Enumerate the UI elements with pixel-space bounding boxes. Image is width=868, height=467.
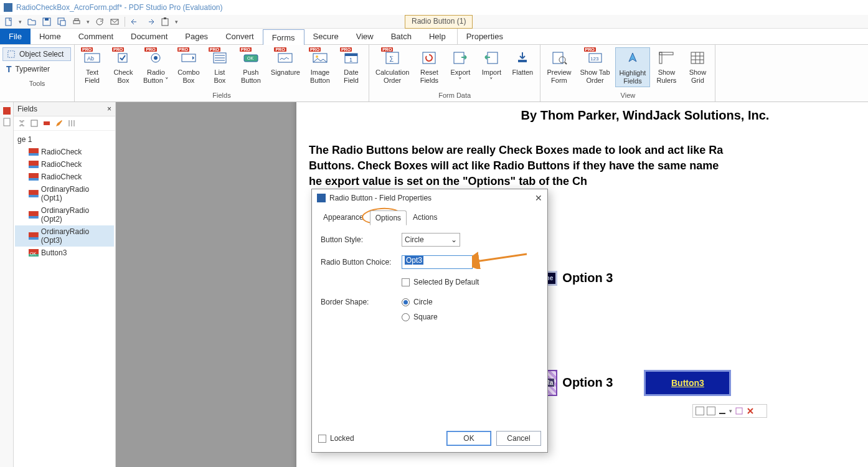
radio-button-button[interactable]: Radio Button ˅ (139, 47, 172, 86)
menu-help[interactable]: Help (420, 29, 455, 44)
date-field-button[interactable]: 1Date Field (336, 47, 366, 86)
svg-rect-6 (75, 19, 78, 21)
push-button-button[interactable]: OKPush Button (236, 47, 266, 86)
print-icon[interactable] (72, 17, 82, 27)
border-square-radio[interactable] (402, 313, 410, 321)
preview-form-button[interactable]: Preview Form (543, 47, 575, 86)
export-button[interactable]: Export ˅ (445, 47, 475, 86)
svg-rect-65 (29, 237, 39, 240)
svg-rect-4 (60, 21, 65, 26)
settings-icon[interactable] (67, 119, 76, 128)
mini-box2-icon[interactable] (707, 407, 715, 415)
tab-options[interactable]: Options (370, 210, 407, 225)
revert-icon[interactable] (95, 17, 105, 27)
expand-icon[interactable] (17, 119, 26, 128)
signature-button[interactable]: Signature (267, 47, 304, 78)
svg-rect-59 (29, 178, 39, 181)
locked-checkbox[interactable] (318, 435, 326, 443)
calculation-order-button[interactable]: ∑Calculation Order (372, 47, 413, 86)
ribbon: Object Select T Typewriter Tools AbText … (0, 45, 868, 102)
fields-panel: Fields × ge 1 RadioCheck RadioCheck Radi… (14, 102, 116, 467)
tab-appearance[interactable]: Appearance (318, 210, 369, 225)
svg-rect-40 (659, 52, 662, 64)
menu-forms[interactable]: Forms (263, 29, 304, 45)
text-field-button[interactable]: AbText Field (77, 47, 107, 86)
doc-author: By Thom Parker, WindJack Solutions, Inc. (309, 108, 868, 123)
thumbnails-icon[interactable] (2, 106, 12, 116)
tree-item[interactable]: OrdinaryRadio (Opt1) (15, 183, 114, 204)
svg-rect-61 (29, 195, 39, 197)
tree-item[interactable]: RadioCheck (15, 171, 114, 183)
tree-item-selected[interactable]: OrdinaryRadio (Opt3) (15, 225, 114, 247)
tree-item[interactable]: RadioCheck (15, 146, 114, 158)
combo-box-button[interactable]: Combo Box (174, 47, 204, 86)
save-icon[interactable] (42, 17, 52, 27)
dialog-close-icon[interactable]: ✕ (535, 193, 542, 203)
new-icon[interactable] (4, 17, 14, 27)
show-rulers-button[interactable]: Show Rulers (651, 47, 681, 86)
selected-default-checkbox[interactable] (402, 278, 410, 286)
mini-box-icon[interactable] (696, 407, 704, 415)
object-select-button[interactable]: Object Select (2, 47, 71, 61)
tree-item[interactable]: OKButton3 (15, 247, 114, 259)
menu-secure[interactable]: Secure (304, 29, 347, 44)
menu-view[interactable]: View (347, 29, 382, 44)
menu-comment[interactable]: Comment (70, 29, 122, 44)
menu-document[interactable]: Document (122, 29, 176, 44)
svg-rect-9 (164, 17, 166, 19)
tree-item[interactable]: RadioCheck (15, 158, 114, 171)
menu-convert[interactable]: Convert (217, 29, 263, 44)
open-icon[interactable] (27, 17, 37, 27)
pages-icon[interactable] (2, 117, 12, 127)
typewriter-button[interactable]: T Typewriter (2, 62, 71, 76)
svg-rect-0 (6, 18, 11, 26)
typewriter-icon: T (6, 64, 12, 74)
svg-text:∑: ∑ (389, 55, 394, 62)
highlight-fields-button[interactable]: Highlight Fields (615, 47, 651, 87)
menu-properties[interactable]: Properties (457, 29, 512, 44)
flatten-button[interactable]: Flatten (507, 47, 537, 78)
close-panel-icon[interactable]: × (107, 105, 111, 113)
check-box-button[interactable]: Check Box (108, 47, 138, 86)
mini-delete-icon[interactable] (746, 407, 755, 415)
save-as-icon[interactable] (57, 17, 67, 27)
redo-icon[interactable] (145, 17, 155, 27)
mini-properties-icon[interactable] (735, 407, 743, 415)
selection-mini-toolbar: ▾ (692, 404, 767, 418)
svg-text:123: 123 (590, 56, 599, 62)
undo-icon[interactable] (130, 17, 140, 27)
menu-pages[interactable]: Pages (176, 29, 217, 44)
paste-icon[interactable] (160, 17, 170, 27)
email-icon[interactable] (110, 17, 120, 27)
border-circle-radio[interactable] (402, 298, 410, 306)
button3-field[interactable]: Button3 (644, 370, 731, 396)
show-tab-order-button[interactable]: 123Show Tab Order (577, 47, 614, 86)
context-tab[interactable]: Radio Button (1) (405, 15, 473, 29)
mini-underline-icon[interactable] (718, 407, 727, 415)
svg-rect-47 (3, 107, 11, 115)
svg-line-37 (565, 62, 567, 64)
list-box-button[interactable]: List Box (205, 47, 235, 86)
reset-fields-button[interactable]: Reset Fields (414, 47, 444, 86)
radio-choice-input[interactable]: Opt3 (402, 255, 473, 269)
fields-panel-toolbar (14, 116, 115, 131)
menu-file[interactable]: File (0, 29, 31, 44)
rename-icon[interactable] (42, 119, 51, 128)
edit-icon[interactable] (55, 119, 64, 128)
tree-item[interactable]: OrdinaryRadio (Opt2) (15, 204, 114, 225)
ok-button[interactable]: OK (446, 431, 491, 446)
tab-actions[interactable]: Actions (408, 210, 442, 225)
menu-home[interactable]: Home (31, 29, 70, 44)
cancel-button[interactable]: Cancel (496, 431, 541, 446)
image-button-button[interactable]: Image Button (305, 47, 335, 86)
tree-page[interactable]: ge 1 (15, 133, 114, 146)
button-style-select[interactable]: Circle ⌄ (402, 233, 460, 247)
collapse-icon[interactable] (30, 119, 39, 128)
doc-option3-label: Option 3 (562, 271, 613, 285)
import-button[interactable]: Import ˅ (476, 47, 506, 86)
show-grid-button[interactable]: Show Grid (682, 47, 712, 86)
svg-rect-27 (345, 54, 357, 56)
ribbon-group-view-label: View (540, 90, 715, 101)
svg-rect-49 (31, 120, 37, 126)
menu-batch[interactable]: Batch (382, 29, 420, 44)
